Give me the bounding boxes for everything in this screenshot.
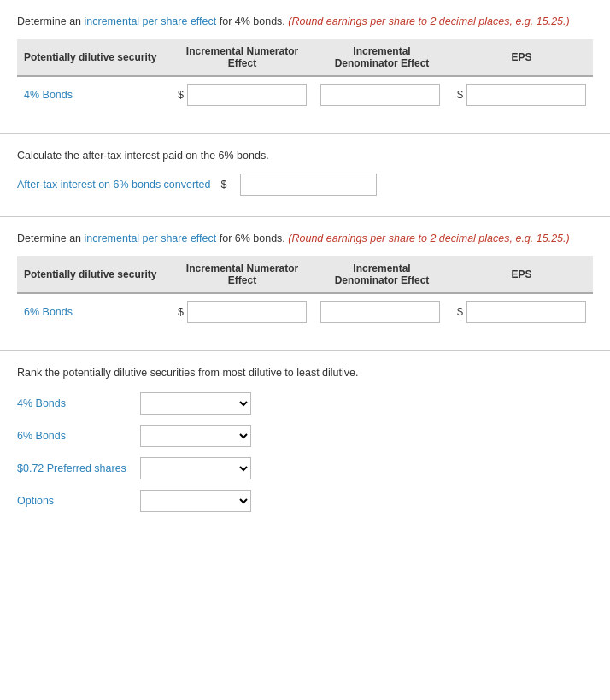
numerator-input-4pct[interactable] <box>187 84 307 106</box>
dollar-sign-num-4pct: $ <box>178 89 184 101</box>
dollar-sign-eps-6pct: $ <box>457 306 463 318</box>
rank-label-6pct: 6% Bonds <box>17 430 128 442</box>
header-eps-6pct: EPS <box>450 256 593 293</box>
rank-select-6pct[interactable]: 1 2 3 4 <box>140 425 251 447</box>
rank-instruction: Rank the potentially dilutive securities… <box>17 367 593 379</box>
denominator-input-6pct[interactable] <box>320 301 440 323</box>
numerator-cell-4pct: $ <box>171 76 314 113</box>
section-4pct-bonds: Determine an incremental per share effec… <box>0 0 610 134</box>
rank-select-4pct[interactable]: 1 2 3 4 <box>140 392 251 415</box>
rank-row-options: Options 1 2 3 4 <box>17 490 593 512</box>
instruction-text-6pct: Determine an <box>17 232 85 244</box>
bond-label-6pct: 6% Bonds <box>17 293 171 330</box>
table-row: 4% Bonds $ $ <box>17 76 593 113</box>
instruction-highlight-4pct: (Round earnings per share to 2 decimal p… <box>288 15 569 27</box>
table-row: 6% Bonds $ $ <box>17 293 593 330</box>
rank-label-preferred: $0.72 Preferred shares <box>17 462 128 474</box>
eps-cell-6pct: $ <box>450 293 593 330</box>
instruction-text-4pct-2: for 4% bonds. <box>216 15 288 27</box>
denominator-cell-4pct <box>314 76 450 113</box>
rank-label-options: Options <box>17 495 128 507</box>
instruction-text-6pct-2: for 6% bonds. <box>216 232 288 244</box>
eps-input-6pct[interactable] <box>466 301 586 323</box>
after-tax-label: After-tax interest on 6% bonds converted <box>17 179 211 191</box>
after-tax-input[interactable] <box>240 174 377 196</box>
rank-select-options[interactable]: 1 2 3 4 <box>140 490 251 512</box>
instruction-link-6pct: incremental per share effect <box>85 232 217 244</box>
section-after-tax: Calculate the after-tax interest paid on… <box>0 134 610 217</box>
header-security-6pct: Potentially dilutive security <box>17 256 171 293</box>
denominator-input-4pct[interactable] <box>320 84 440 106</box>
rank-row-6pct: 6% Bonds 1 2 3 4 <box>17 425 593 447</box>
bond-label-4pct: 4% Bonds <box>17 76 171 113</box>
rank-row-4pct: 4% Bonds 1 2 3 4 <box>17 392 593 415</box>
dollar-sign-num-6pct: $ <box>178 306 184 318</box>
table-6pct: Potentially dilutive security Incrementa… <box>17 256 593 330</box>
instruction-highlight-6pct: (Round earnings per share to 2 decimal p… <box>288 232 569 244</box>
header-denominator-4pct: Incremental Denominator Effect <box>314 39 450 76</box>
numerator-cell-6pct: $ <box>171 293 314 330</box>
denominator-cell-6pct <box>314 293 450 330</box>
header-numerator-4pct: Incremental Numerator Effect <box>171 39 314 76</box>
header-security-4pct: Potentially dilutive security <box>17 39 171 76</box>
instruction-6pct: Determine an incremental per share effec… <box>17 232 593 244</box>
instruction-4pct: Determine an incremental per share effec… <box>17 15 593 27</box>
eps-cell-4pct: $ <box>450 76 593 113</box>
dollar-sign-after-tax: $ <box>221 179 227 191</box>
rank-select-preferred[interactable]: 1 2 3 4 <box>140 457 251 479</box>
header-numerator-6pct: Incremental Numerator Effect <box>171 256 314 293</box>
after-tax-row: After-tax interest on 6% bonds converted… <box>17 174 593 196</box>
instruction-after-tax: Calculate the after-tax interest paid on… <box>17 150 593 162</box>
table-4pct: Potentially dilutive security Incrementa… <box>17 39 593 113</box>
instruction-text-4pct: Determine an <box>17 15 85 27</box>
instruction-link-4pct: incremental per share effect <box>85 15 217 27</box>
dollar-sign-eps-4pct: $ <box>457 89 463 101</box>
rank-label-4pct: 4% Bonds <box>17 397 128 409</box>
header-eps-4pct: EPS <box>450 39 593 76</box>
eps-input-4pct[interactable] <box>466 84 586 106</box>
section-rank: Rank the potentially dilutive securities… <box>0 351 610 543</box>
section-6pct-bonds: Determine an incremental per share effec… <box>0 217 610 351</box>
header-denominator-6pct: Incremental Denominator Effect <box>314 256 450 293</box>
numerator-input-6pct[interactable] <box>187 301 307 323</box>
rank-row-preferred: $0.72 Preferred shares 1 2 3 4 <box>17 457 593 479</box>
